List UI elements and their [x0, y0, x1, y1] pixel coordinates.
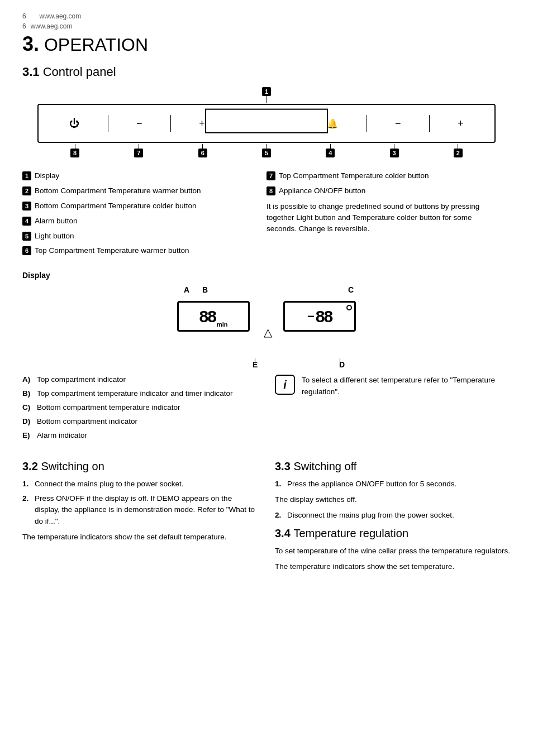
section-3-4-text2: The temperature indicators show the set …	[275, 561, 511, 572]
section-3-4-text1: To set temperature of the wine cellar pr…	[275, 546, 511, 557]
display-section: Display A B C 88 min △ − 88 E D	[22, 271, 511, 444]
badge-2: 2	[454, 149, 463, 157]
display-left-digits: 88	[199, 307, 216, 326]
info-text: To select a different set temperature re…	[302, 375, 511, 398]
display-lower-section: A) Top compartment indicator B) Top comp…	[22, 375, 511, 444]
site-url-left: www.aeg.com	[31, 22, 73, 30]
page-header-row: 6 www.aeg.com	[22, 22, 511, 30]
list-item-6: 6 Top Compartment Temperature warmer but…	[22, 246, 255, 256]
page-number-left: 6	[22, 22, 26, 30]
list-col-left: 1 Display 2 Bottom Compartment Temperatu…	[22, 171, 266, 261]
display-right-minus: −	[307, 309, 315, 324]
list-item-2: 2 Bottom Compartment Temperature warmer …	[22, 186, 255, 197]
alarm-triangle: △	[264, 326, 272, 339]
label-B: B	[202, 285, 208, 294]
display-min-label: min	[217, 321, 228, 328]
list-item-8: 8 Appliance ON/OFF button	[266, 186, 499, 197]
info-box: i To select a different set temperature …	[275, 375, 511, 398]
section-3-3-title: 3.3 Switching off	[275, 460, 511, 473]
info-box-col: i To select a different set temperature …	[275, 375, 511, 444]
panel-display-box	[205, 109, 328, 133]
list-col-right: 7 Top Compartment Temperature colder but…	[266, 171, 511, 261]
section-3-2-title: 3.2 Switching on	[22, 460, 258, 473]
list-item-7: 7 Top Compartment Temperature colder but…	[266, 171, 499, 181]
page-number: 6	[22, 12, 26, 20]
section-3-1-title: 3.1 Control panel	[22, 65, 511, 79]
badge-6: 6	[198, 149, 207, 157]
minus1-symbol: −	[136, 118, 142, 130]
control-panel-diagram: 1 ⏻ − + ✳ 🔔 − + 8 7	[22, 87, 511, 157]
section-3-2: 3.2 Switching on 1. Connect the mains pl…	[22, 454, 258, 577]
indicator-A: A) Top compartment indicator	[22, 375, 258, 385]
site-url: www.aeg.com	[40, 12, 82, 20]
section-3-4-title: 3.4 Temperature regulation	[275, 527, 511, 540]
minus2-symbol: −	[395, 118, 401, 130]
section-3-2-steps: 1. Connect the mains plug to the power s…	[22, 479, 258, 527]
page-header: 6 www.aeg.com	[22, 11, 511, 20]
list-item-3: 3 Bottom Compartment Temperature colder …	[22, 201, 255, 212]
list-item-1: 1 Display	[22, 171, 255, 181]
panel-box: ⏻ − + ✳ 🔔 − +	[37, 104, 496, 143]
step-3-3-1: 1. Press the appliance ON/OFF button for…	[275, 479, 511, 490]
list-item-4: 4 Alarm button	[22, 216, 255, 227]
display-left-box: 88 min	[177, 301, 250, 332]
badge-8: 8	[70, 149, 79, 157]
note-text: It is possible to change predefined soun…	[266, 201, 499, 235]
line-D	[340, 358, 340, 365]
section-3-3-4: 3.3 Switching off 1. Press the appliance…	[275, 454, 511, 577]
display-right-box: − 88	[283, 301, 356, 332]
badge-7: 7	[134, 149, 143, 157]
chapter-title: 3. OPERATION	[22, 32, 511, 56]
step-3-2-2: 2. Press ON/OFF if the display is off. I…	[22, 493, 258, 527]
label-A: A	[184, 285, 189, 294]
panel-bottom-numbers: 8 7 6 5 4 3 2	[37, 144, 496, 157]
panel-badge-1-arrow: 1	[262, 87, 271, 103]
display-title: Display	[22, 271, 511, 280]
section-3-3-note1: The display switches off.	[275, 494, 511, 505]
label-C: C	[348, 285, 354, 294]
info-icon: i	[275, 375, 295, 395]
indicator-C: C) Bottom compartment temperature indica…	[22, 403, 258, 413]
display-right-digits: 88	[316, 307, 332, 326]
line-E	[255, 358, 255, 365]
badge-3: 3	[390, 149, 399, 157]
degree-circle	[346, 305, 352, 310]
indicator-E: E) Alarm indicator	[22, 430, 258, 441]
list-item-5: 5 Light button	[22, 231, 255, 242]
step-3-3-2: 2. Disconnect the mains plug from the po…	[275, 510, 511, 521]
section-3-3-steps-2: 2. Disconnect the mains plug from the po…	[275, 510, 511, 521]
display-diagram-outer: A B C 88 min △ − 88 E D	[22, 285, 511, 358]
badge-5: 5	[262, 149, 271, 157]
main-two-col: 3.2 Switching on 1. Connect the mains pl…	[22, 454, 511, 577]
step-3-2-1: 1. Connect the mains plug to the power s…	[22, 479, 258, 490]
section-3-2-note: The temperature indicators show the set …	[22, 532, 258, 543]
indicator-D: D) Bottom compartment indicator	[22, 417, 258, 427]
indicator-B: B) Top compartment temperature indicator…	[22, 389, 258, 399]
badge-4: 4	[326, 149, 335, 157]
plus2-symbol: +	[458, 118, 464, 130]
display-diagram: A B C 88 min △ − 88 E D	[172, 285, 361, 358]
panel-items-list: 1 Display 2 Bottom Compartment Temperatu…	[22, 171, 511, 261]
bell-symbol: 🔔	[327, 118, 338, 129]
section-3-3-steps: 1. Press the appliance ON/OFF button for…	[275, 479, 511, 490]
badge-1: 1	[262, 87, 271, 96]
plus1-symbol: +	[199, 118, 205, 130]
display-indicators-col: A) Top compartment indicator B) Top comp…	[22, 375, 258, 444]
power-symbol: ⏻	[69, 118, 79, 130]
